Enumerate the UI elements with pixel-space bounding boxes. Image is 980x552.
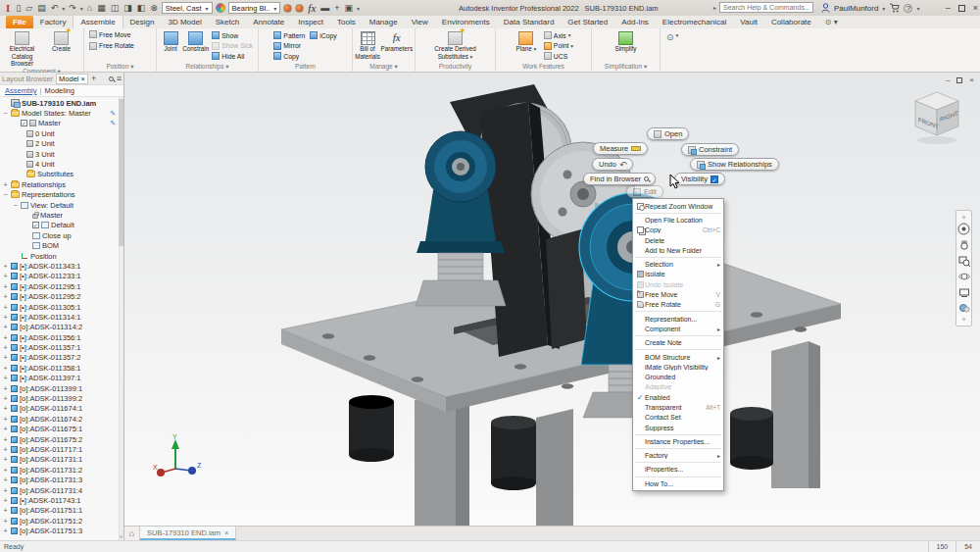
window-restore-button[interactable] bbox=[958, 5, 965, 12]
menu-item-suppress[interactable]: Suppress bbox=[633, 423, 723, 432]
marking-measure-button[interactable]: Measure bbox=[593, 142, 648, 155]
home-tab-button[interactable]: ⌂ bbox=[124, 527, 140, 540]
tab-annotate[interactable]: Annotate bbox=[246, 16, 291, 28]
3d-viewport[interactable]: – × FRONT RIGHT bbox=[124, 73, 980, 526]
tab-layout-browser[interactable]: Layout Browser bbox=[2, 75, 53, 83]
axis-button[interactable]: Axis ▾ bbox=[542, 30, 575, 41]
model-leg-side[interactable] bbox=[808, 341, 820, 488]
sketch-icon[interactable]: ◫ bbox=[110, 1, 121, 15]
modeling-mode-link[interactable]: Modeling bbox=[44, 86, 74, 95]
free-move-button[interactable]: Free Move bbox=[87, 29, 132, 40]
help-caret-icon[interactable]: ▾ bbox=[916, 5, 919, 12]
pattern-button[interactable]: Pattern bbox=[271, 30, 307, 41]
tree-state-2unit[interactable]: 2 Unit bbox=[2, 139, 123, 149]
menu-item-imate-glyph-visibility[interactable]: iMate Glyph Visibility bbox=[633, 362, 723, 372]
browser-menu-icon[interactable]: ≡ bbox=[117, 74, 122, 83]
menu-item-component[interactable]: Component▸ bbox=[633, 324, 723, 333]
tree-view-master[interactable]: Master bbox=[2, 210, 123, 220]
tab-view[interactable]: View bbox=[405, 16, 435, 28]
checkbox-checked-icon[interactable]: ✓ bbox=[21, 120, 27, 126]
tree-view-default-child[interactable]: ✓Default bbox=[2, 221, 123, 230]
parameters-fx-icon[interactable]: fx bbox=[307, 2, 317, 15]
tab-inspect[interactable]: Inspect bbox=[291, 16, 330, 28]
panel-label-simplification[interactable]: Simplification ▾ bbox=[592, 62, 660, 72]
visual-style-icon[interactable] bbox=[958, 302, 970, 314]
menu-item-bom-structure[interactable]: BOM Structure▸ bbox=[633, 352, 723, 362]
menu-item-instance-properties[interactable]: Instance Properties... bbox=[633, 436, 723, 446]
navigation-wheel-icon[interactable] bbox=[957, 223, 970, 235]
simplify-button[interactable]: Simplify bbox=[607, 29, 646, 62]
electrical-catalog-browser-button[interactable]: ElectricalCatalog Browser bbox=[3, 29, 41, 67]
tab-vault[interactable]: Vault bbox=[733, 16, 764, 28]
tree-state-0unit[interactable]: 0 Unit bbox=[2, 128, 123, 138]
tree-part-adsk-011743-1[interactable]: +[•]:ADSK-011743:1 bbox=[2, 495, 123, 505]
browser-search-icon[interactable] bbox=[109, 76, 114, 81]
tree-master-state[interactable]: ✓Master✎ bbox=[2, 119, 123, 128]
visibility-checkbox-icon[interactable]: ✓ bbox=[710, 176, 718, 183]
tab-sketch[interactable]: Sketch bbox=[209, 16, 246, 28]
tree-part-o-adsk-011751-3[interactable]: +[o]:ADSK-011751:3 bbox=[2, 526, 123, 535]
clear-appearance-icon[interactable] bbox=[295, 4, 304, 13]
free-rotate-button[interactable]: Free Rotate bbox=[87, 41, 136, 52]
doc-close-button[interactable]: × bbox=[969, 75, 974, 84]
tree-model-states[interactable]: −Model States: Master✎ bbox=[2, 108, 123, 118]
tree-view-closeup[interactable]: Close up bbox=[2, 230, 123, 240]
panel-label-manage[interactable]: Manage ▾ bbox=[353, 62, 415, 72]
tree-part-adsk-011295-1[interactable]: +[•]:ADSK-011295:1 bbox=[2, 281, 123, 291]
menu-item-transparent[interactable]: TransparentAlt+T bbox=[633, 402, 723, 412]
look-at-icon[interactable] bbox=[958, 286, 970, 298]
ribbon-display-caret-icon[interactable]: ▾ bbox=[676, 32, 679, 38]
create-component-button[interactable]: Create bbox=[42, 29, 80, 67]
edit-pencil-icon[interactable]: ✎ bbox=[110, 110, 116, 118]
marking-visibility-button[interactable]: Visibility✓ bbox=[674, 173, 725, 185]
tab-design[interactable]: Design bbox=[123, 16, 162, 28]
tree-part-o-adsk-011731-4[interactable]: +[o]:ADSK-011731:4 bbox=[2, 485, 123, 495]
window-qat-icon[interactable]: ▣ bbox=[344, 1, 355, 15]
material-select[interactable]: Steel, Cast▾ bbox=[162, 2, 213, 14]
model-leg[interactable] bbox=[771, 341, 808, 488]
tree-part-o-adsk-011675-1[interactable]: +[o]:ADSK-011675:1 bbox=[2, 425, 123, 434]
navbar-handle-icon[interactable] bbox=[962, 216, 965, 219]
menu-item-contact-set[interactable]: Contact Set bbox=[633, 413, 723, 423]
panel-label-position[interactable]: Position ▾ bbox=[84, 62, 156, 72]
create-derived-substitutes-button[interactable]: Create DerivedSubstitutes ▾ bbox=[428, 29, 483, 62]
menu-item-delete[interactable]: Delete bbox=[633, 235, 723, 245]
tree-root[interactable]: SUB-179310 END.iam bbox=[2, 98, 123, 108]
menu-item-free-rotate[interactable]: Free RotateG bbox=[633, 300, 723, 310]
menu-item-selection[interactable]: Selection▸ bbox=[633, 259, 723, 269]
doc-tab-close-icon[interactable]: × bbox=[224, 528, 228, 537]
undo-caret-icon[interactable]: ▾ bbox=[62, 5, 65, 12]
constrain-button[interactable]: Constrain bbox=[182, 29, 209, 62]
tree-part-o-adsk-011399-1[interactable]: +[o]:ADSK-011399:1 bbox=[2, 383, 123, 393]
tab-assemble[interactable]: Assemble bbox=[73, 15, 122, 28]
undo-icon[interactable]: ↶ bbox=[50, 1, 60, 15]
menu-item-iproperties[interactable]: iProperties... bbox=[633, 465, 723, 475]
browser-add-tab-button[interactable]: + bbox=[91, 74, 96, 83]
tree-substitutes[interactable]: Substitutes bbox=[2, 170, 123, 179]
menu-item-representation[interactable]: Representation... bbox=[633, 314, 723, 324]
marking-open-button[interactable]: Open bbox=[647, 127, 689, 140]
tree-state-3unit[interactable]: 3 Unit bbox=[2, 149, 123, 159]
tree-part-adsk-011305-1[interactable]: +[•]:ADSK-011305:1 bbox=[2, 302, 123, 312]
tab-model-close-icon[interactable]: × bbox=[81, 75, 85, 83]
tree-part-o-adsk-011731-1[interactable]: +[o]:ADSK-011731:1 bbox=[2, 455, 123, 465]
cart-icon[interactable] bbox=[889, 3, 900, 13]
tree-relationships[interactable]: +Relationships bbox=[2, 179, 123, 189]
inventor-logo-icon[interactable]: I bbox=[4, 2, 12, 14]
settings-gear-icon[interactable]: ⊗ bbox=[149, 1, 159, 15]
tree-part-o-adsk-011751-1[interactable]: +[o]:ADSK-011751:1 bbox=[2, 506, 123, 516]
menu-item-enabled[interactable]: ✓Enabled bbox=[633, 392, 723, 402]
copy-button[interactable]: Copy bbox=[271, 51, 307, 62]
tree-part-adsk-011356-1[interactable]: +[•]:ADSK-011356:1 bbox=[2, 332, 123, 342]
user-name[interactable]: PaulMunford bbox=[834, 4, 878, 13]
panel-label-relationships[interactable]: Relationships ▾ bbox=[157, 62, 258, 72]
parameters-button[interactable]: fxParameters bbox=[381, 29, 413, 62]
help-icon[interactable]: ? bbox=[904, 4, 912, 13]
bill-of-materials-button[interactable]: Bill ofMaterials bbox=[355, 29, 380, 62]
ribbon-display-options-icon[interactable]: ⊙ bbox=[666, 32, 674, 42]
menu-item-create-note[interactable]: Create Note bbox=[633, 338, 723, 348]
user-caret-icon[interactable]: ▾ bbox=[882, 5, 885, 12]
tree-part-adsk-011357-2[interactable]: +[•]:ADSK-011357:2 bbox=[2, 353, 123, 363]
menu-item-grounded[interactable]: Grounded bbox=[633, 372, 723, 381]
tab-manage[interactable]: Manage bbox=[363, 16, 405, 28]
